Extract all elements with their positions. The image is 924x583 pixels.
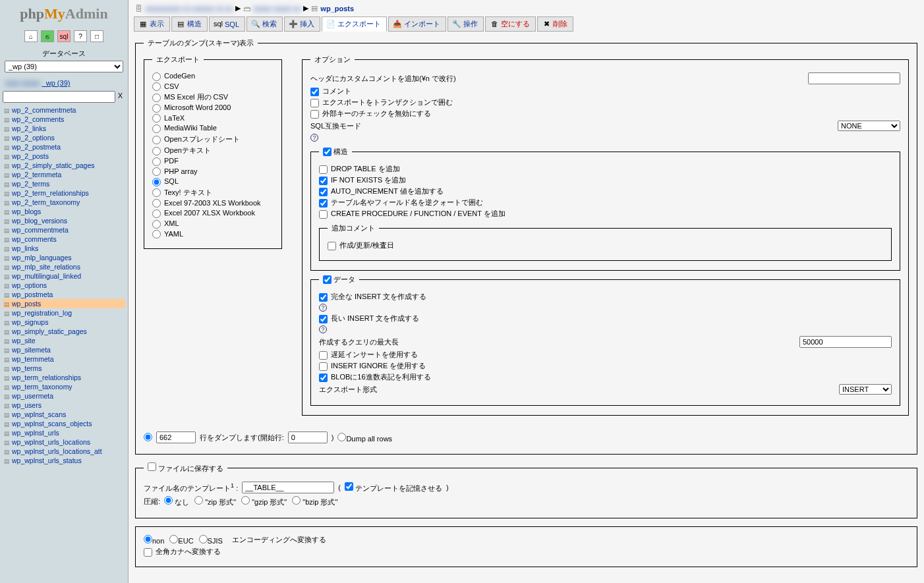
format-CSV[interactable]: CSV	[152, 82, 274, 92]
opt-disable-fk[interactable]: 外部キーのチェックを無効にする	[310, 108, 900, 119]
table-item[interactable]: wp_blog_versions	[3, 216, 125, 225]
format-Openテキスト[interactable]: Openテキスト	[152, 145, 274, 156]
table-item[interactable]: wp_wplnst_urls_locations	[3, 437, 125, 447]
table-item[interactable]: wp_simply_static_pages	[3, 327, 125, 336]
tab-空にする[interactable]: 🗑空にする	[485, 16, 536, 32]
opt-backquote[interactable]: テーブル名やフィールド名を逆クォートで囲む	[319, 197, 892, 208]
dump-some-radio[interactable]	[144, 433, 152, 443]
tab-検索[interactable]: 🔍検索	[246, 16, 283, 32]
opt-drop[interactable]: DROP TABLE を追加	[319, 163, 892, 175]
query-icon[interactable]: □	[90, 30, 103, 42]
export-format-select[interactable]: INSERT	[839, 384, 892, 395]
table-item[interactable]: wp_term_taxonomy	[3, 382, 125, 391]
format-Texy! テキスト[interactable]: Texy! テキスト	[152, 187, 274, 198]
table-item[interactable]: wp_posts	[3, 299, 125, 308]
sql-icon[interactable]: sql	[57, 30, 71, 42]
table-item[interactable]: wp_2_term_relationships	[3, 188, 125, 198]
breadcrumb-table[interactable]: wp_posts	[320, 5, 354, 13]
table-item[interactable]: wp_2_simply_static_pages	[3, 161, 125, 170]
opt-ifnotexists[interactable]: IF NOT EXISTS を追加	[319, 175, 892, 186]
encoding-option[interactable]: non	[144, 537, 164, 545]
opt-complete[interactable]: 完全な INSERT 文を作成する	[319, 291, 892, 302]
opt-autoinc[interactable]: AUTO_INCREMENT 値を追加する	[319, 186, 892, 197]
template-input[interactable]	[242, 482, 334, 493]
format-Excel 97-2003 XLS Workbook[interactable]: Excel 97-2003 XLS Workbook	[152, 198, 274, 209]
data-toggle[interactable]: データ	[323, 275, 355, 285]
table-item[interactable]: wp_wplnst_urls	[3, 428, 125, 437]
format-Excel 2007 XLSX Workbook[interactable]: Excel 2007 XLSX Workbook	[152, 208, 274, 219]
maxlen-input[interactable]	[799, 336, 892, 348]
table-item[interactable]: wp_wplnst_urls_status	[3, 456, 125, 465]
table-item[interactable]: wp_blogs	[3, 207, 125, 216]
format-LaTeX[interactable]: LaTeX	[152, 113, 274, 124]
table-item[interactable]: wp_usermeta	[3, 391, 125, 401]
tab-操作[interactable]: 🔧操作	[448, 16, 484, 32]
table-item[interactable]: wp_wplnst_scans	[3, 410, 125, 419]
table-item[interactable]: wp_2_posts	[3, 152, 125, 161]
breadcrumb-server[interactable]: xxxxxxxxxx xx xxxxxx xx xx	[145, 5, 233, 13]
opt-ignore[interactable]: INSERT IGNORE を使用する	[319, 360, 892, 372]
compress-option[interactable]: "bzip 形式"	[292, 498, 337, 506]
save-toggle[interactable]: ファイルに保存する	[148, 464, 223, 472]
table-item[interactable]: wp_options	[3, 281, 125, 290]
table-item[interactable]: wp_2_commentmeta	[3, 105, 125, 115]
breadcrumb-db[interactable]: xxxxx xxxxx xx	[253, 5, 301, 13]
tab-SQL[interactable]: sqlSQL	[209, 16, 245, 32]
opt-transaction[interactable]: エクスポートをトランザクションで囲む	[310, 97, 900, 108]
table-item[interactable]: wp_site	[3, 336, 125, 345]
table-filter-input[interactable]	[3, 91, 115, 103]
sql-compat-select[interactable]: NONE	[838, 121, 900, 131]
opt-delayed[interactable]: 遅延インサートを使用する	[319, 349, 892, 360]
tab-エクスポート[interactable]: 📄エクスポート	[322, 16, 387, 32]
format-YAML[interactable]: YAML	[152, 229, 274, 240]
tab-構造[interactable]: ▤構造	[171, 16, 208, 32]
encoding-option[interactable]: EUC	[169, 537, 193, 545]
table-item[interactable]: wp_wplnst_urls_locations_att	[3, 447, 125, 456]
table-item[interactable]: wp_2_links	[3, 124, 125, 133]
dump-all-radio[interactable]: Dump all rows	[337, 433, 392, 443]
opt-blobhex[interactable]: BLOBに16進数表記を利用する	[319, 372, 892, 383]
compress-option[interactable]: なし	[164, 498, 189, 506]
format-MS Excel 用の CSV[interactable]: MS Excel 用の CSV	[152, 92, 274, 103]
format-PDF[interactable]: PDF	[152, 156, 274, 167]
table-item[interactable]: wp_postmeta	[3, 290, 125, 299]
table-item[interactable]: wp_mlp_languages	[3, 253, 125, 262]
table-item[interactable]: wp_termmeta	[3, 354, 125, 364]
format-Microsoft Word 2000[interactable]: Microsoft Word 2000	[152, 103, 274, 113]
database-link[interactable]: xxxx xxxxx _wp (39)	[0, 78, 128, 91]
zenkaku-checkbox[interactable]: 全角カナへ変換する	[144, 546, 909, 557]
tab-インポート[interactable]: 📥インポート	[388, 16, 446, 32]
table-item[interactable]: wp_users	[3, 401, 125, 410]
exit-icon[interactable]: ⎋	[41, 30, 54, 42]
format-XML[interactable]: XML	[152, 219, 274, 229]
home-icon[interactable]: ⌂	[24, 30, 38, 42]
opt-extended[interactable]: 長い INSERT 文を作成する	[319, 313, 892, 324]
table-item[interactable]: wp_commentmeta	[3, 225, 125, 235]
structure-toggle[interactable]: 構造	[323, 147, 348, 157]
format-MediaWiki Table[interactable]: MediaWiki Table	[152, 123, 274, 134]
remember-template[interactable]: テンプレートを記憶させる	[345, 482, 442, 493]
opt-procedure[interactable]: CREATE PROCEDURE / FUNCTION / EVENT を追加	[319, 208, 892, 219]
table-item[interactable]: wp_sitemeta	[3, 345, 125, 354]
format-PHP array[interactable]: PHP array	[152, 167, 274, 177]
tab-表示[interactable]: ▦表示	[134, 16, 170, 32]
docs-icon[interactable]: ?	[74, 30, 87, 42]
help-icon[interactable]: ?	[310, 134, 318, 142]
tab-削除[interactable]: ✖削除	[537, 16, 573, 32]
table-item[interactable]: wp_2_options	[3, 133, 125, 142]
help-icon[interactable]: ?	[319, 304, 327, 312]
table-item[interactable]: wp_mlp_site_relations	[3, 262, 125, 271]
tab-挿入[interactable]: ➕挿入	[284, 16, 320, 32]
table-item[interactable]: wp_links	[3, 244, 125, 253]
compress-option[interactable]: "gzip 形式"	[241, 498, 287, 506]
compress-option[interactable]: "zip 形式"	[194, 498, 236, 506]
opt-dates[interactable]: 作成/更新/検査日	[328, 240, 883, 251]
table-item[interactable]: wp_2_term_taxonomy	[3, 198, 125, 207]
encoding-option[interactable]: SJIS	[199, 537, 223, 545]
table-item[interactable]: wp_2_termmeta	[3, 170, 125, 179]
help-icon[interactable]: ?	[319, 325, 327, 333]
format-Openスプレッドシート[interactable]: Openスプレッドシート	[152, 134, 274, 145]
table-item[interactable]: wp_comments	[3, 235, 125, 244]
table-item[interactable]: wp_signups	[3, 318, 125, 327]
table-item[interactable]: wp_2_comments	[3, 115, 125, 124]
